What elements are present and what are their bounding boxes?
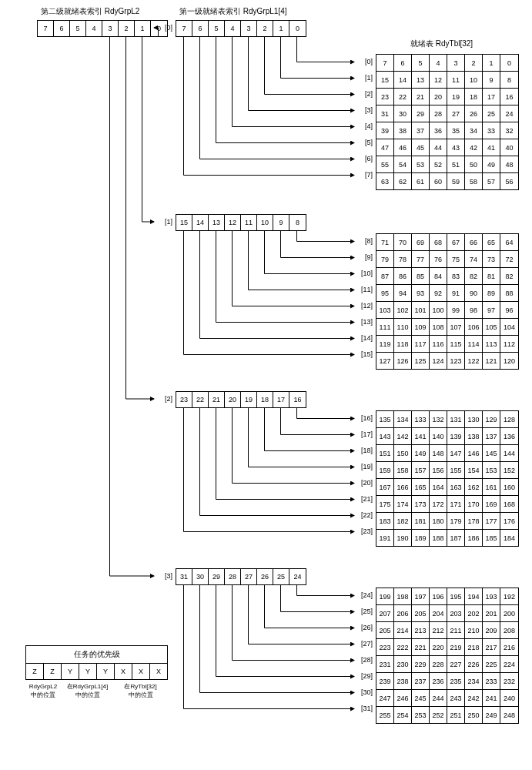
rdytbl-cell: 157 <box>412 462 430 478</box>
rdytbl-cell: 197 <box>412 588 430 604</box>
rdytbl-cell: 232 <box>500 673 518 689</box>
table-row: 9594939291908988 <box>376 285 519 302</box>
rdytbl-cell: 201 <box>483 605 500 621</box>
rdytbl-cell: 186 <box>465 530 483 546</box>
priority-cell: Y <box>97 664 115 679</box>
rdytbl-cell: 249 <box>483 707 500 723</box>
l1-cell: 30 <box>192 569 209 584</box>
rdytbl-cell: 231 <box>376 656 394 672</box>
rdytbl-cell: 17 <box>483 89 500 105</box>
table-row: 143142141140139138137136 <box>376 428 519 445</box>
rdytbl-cell: 37 <box>412 122 430 139</box>
rdytbl-cell: 53 <box>412 156 430 172</box>
rdytbl-cell: 198 <box>394 588 412 604</box>
table-row: 183182181180179178177176 <box>376 513 519 530</box>
rdytbl-cell: 106 <box>465 319 483 335</box>
rdytbl-cell: 22 <box>394 89 412 105</box>
priority-cell: X <box>115 664 132 679</box>
rdytbl-idx: [6] <box>354 155 373 162</box>
rdytbl-cell: 235 <box>447 673 465 689</box>
rdytbl-cell: 207 <box>376 605 394 621</box>
l1-cell: 29 <box>209 569 225 584</box>
rdytbl-cell: 219 <box>447 639 465 655</box>
rdytbl-cell: 161 <box>483 479 500 495</box>
rdytbl-cell: 176 <box>500 513 518 529</box>
rdytbl-cell: 12 <box>430 72 447 88</box>
l1-cell: 8 <box>289 215 306 230</box>
rdytbl-cell: 11 <box>447 72 465 88</box>
rdytbl-cell: 240 <box>500 690 518 706</box>
table-row: 205214213212211210209208 <box>376 622 519 639</box>
table-row: 247246245244243242241240 <box>376 690 519 707</box>
rdytbl-cell: 130 <box>465 411 483 427</box>
l1-cell: 7 <box>176 21 192 36</box>
rdytbl-cell: 229 <box>412 656 430 672</box>
priority-sublabel: 在RyTbl[32]中的位置 <box>114 682 167 699</box>
rdytbl-cell: 79 <box>376 251 394 267</box>
rdytbl-idx: [4] <box>354 122 373 130</box>
rdytbl-cell: 247 <box>376 690 394 706</box>
rdytbl-idx: [19] <box>354 463 373 470</box>
rdytbl-cell: 102 <box>394 302 412 318</box>
rdytbl-cell: 168 <box>500 496 518 512</box>
rdytbl-cell: 0 <box>500 55 518 71</box>
table-row: 199198197196195194193192 <box>376 588 519 605</box>
rdytbl-cell: 75 <box>447 251 465 267</box>
rdytbl-cell: 228 <box>430 656 447 672</box>
rdytbl-cell: 214 <box>394 622 412 638</box>
rdytbl-cell: 149 <box>412 445 430 461</box>
rdytbl-cell: 151 <box>376 445 394 461</box>
rdytbl-cell: 62 <box>394 173 412 189</box>
rdytbl-cell: 171 <box>447 496 465 512</box>
rdytbl-cell: 200 <box>500 605 518 621</box>
rdytbl-idx: [21] <box>354 495 373 503</box>
table-row: 159158157156155154153152 <box>376 462 519 479</box>
table-row: 231230229228227226225224 <box>376 656 519 673</box>
table-row: 3938373635343332 <box>376 122 519 139</box>
l1-row: 15141312111098 <box>176 214 306 231</box>
rdytbl-cell: 217 <box>483 639 500 655</box>
l1-row: 2322212019181716 <box>176 391 306 408</box>
table-row: 255254253252251250249248 <box>376 707 519 724</box>
rdytbl-cell: 132 <box>430 411 447 427</box>
table-row: 135134133132131130129128 <box>376 410 519 428</box>
rdytbl-cell: 41 <box>483 139 500 156</box>
rdytbl-cell: 15 <box>376 72 394 88</box>
rdytbl-cell: 111 <box>376 319 394 335</box>
rdytbl-cell: 115 <box>447 336 465 352</box>
rdytbl-cell: 42 <box>465 139 483 156</box>
rdytbl-cell: 187 <box>447 530 465 546</box>
rdytbl-cell: 181 <box>412 513 430 529</box>
rdytbl-cell: 212 <box>430 622 447 638</box>
l1-cell: 5 <box>209 21 225 36</box>
rdytbl-cell: 16 <box>500 89 518 105</box>
table-row: 151150149148147146145144 <box>376 445 519 462</box>
rdytbl-cell: 246 <box>394 690 412 706</box>
l1-cell: 23 <box>176 392 192 407</box>
table-row: 191190189188187186185184 <box>376 530 519 547</box>
rdytbl-cell: 117 <box>412 336 430 352</box>
rdytbl-idx: [12] <box>354 302 373 310</box>
rdytbl-cell: 172 <box>430 496 447 512</box>
rdytbl-cell: 50 <box>465 156 483 172</box>
rdytbl-block: 7654321015141312111098232221201918171631… <box>376 54 519 190</box>
priority-cell: Y <box>79 664 97 679</box>
rdytbl-idx: [27] <box>354 640 373 648</box>
l1-cell: 24 <box>289 569 306 584</box>
table-row: 167166165164163162161160 <box>376 479 519 496</box>
rdytbl-cell: 230 <box>394 656 412 672</box>
rdytbl-cell: 108 <box>430 319 447 335</box>
rdytbl-cell: 20 <box>430 89 447 105</box>
rdytbl-cell: 19 <box>447 89 465 105</box>
rdytbl-cell: 135 <box>376 411 394 427</box>
rdytbl-idx: [9] <box>354 253 373 261</box>
rdytbl-cell: 225 <box>483 656 500 672</box>
rdytbl-cell: 124 <box>430 353 447 369</box>
rdytbl-cell: 242 <box>465 690 483 706</box>
rdytbl-cell: 101 <box>412 302 430 318</box>
rdytbl-cell: 131 <box>447 411 465 427</box>
rdytbl-cell: 58 <box>465 173 483 189</box>
table-row: 175174173172171170169168 <box>376 496 519 513</box>
rdytbl-cell: 177 <box>483 513 500 529</box>
rdytbl-cell: 147 <box>447 445 465 461</box>
